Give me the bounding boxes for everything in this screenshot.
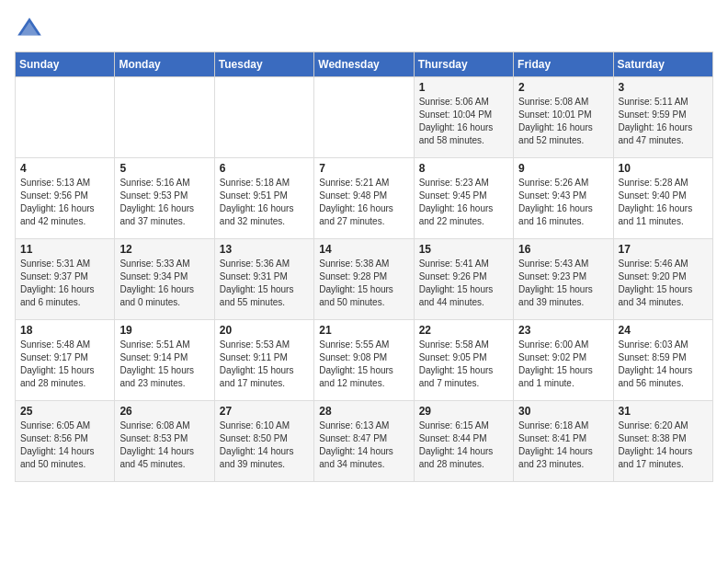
day-number: 13 — [220, 243, 309, 256]
header-tuesday: Tuesday — [214, 52, 313, 77]
header-sunday: Sunday — [16, 52, 115, 77]
cell-content: Sunrise: 5:23 AM Sunset: 9:45 PM Dayligh… — [419, 177, 508, 228]
cell-content: Sunrise: 5:38 AM Sunset: 9:28 PM Dayligh… — [319, 258, 408, 309]
calendar-cell: 26Sunrise: 6:08 AM Sunset: 8:53 PM Dayli… — [115, 401, 214, 482]
day-number: 19 — [119, 324, 209, 337]
day-number: 11 — [20, 243, 109, 256]
day-number: 16 — [518, 243, 608, 256]
day-number: 8 — [419, 162, 508, 175]
day-number: 3 — [619, 81, 708, 94]
week-row-0: 1Sunrise: 5:06 AM Sunset: 10:04 PM Dayli… — [16, 77, 713, 158]
cell-content: Sunrise: 5:53 AM Sunset: 9:11 PM Dayligh… — [220, 339, 309, 390]
logo — [15, 15, 48, 44]
calendar-header: SundayMondayTuesdayWednesdayThursdayFrid… — [16, 52, 713, 77]
calendar-cell: 19Sunrise: 5:51 AM Sunset: 9:14 PM Dayli… — [115, 320, 214, 401]
day-number: 9 — [518, 162, 608, 175]
cell-content: Sunrise: 5:06 AM Sunset: 10:04 PM Daylig… — [419, 96, 508, 147]
calendar-cell: 6Sunrise: 5:18 AM Sunset: 9:51 PM Daylig… — [214, 158, 313, 239]
cell-content: Sunrise: 5:51 AM Sunset: 9:14 PM Dayligh… — [119, 339, 209, 390]
header-thursday: Thursday — [414, 52, 513, 77]
calendar-cell: 17Sunrise: 5:46 AM Sunset: 9:20 PM Dayli… — [613, 239, 712, 320]
day-number: 20 — [220, 324, 309, 337]
day-number: 5 — [119, 162, 209, 175]
calendar-cell: 16Sunrise: 5:43 AM Sunset: 9:23 PM Dayli… — [514, 239, 613, 320]
cell-content: Sunrise: 5:16 AM Sunset: 9:53 PM Dayligh… — [119, 177, 209, 228]
cell-content: Sunrise: 5:46 AM Sunset: 9:20 PM Dayligh… — [619, 258, 708, 309]
cell-content: Sunrise: 5:36 AM Sunset: 9:31 PM Dayligh… — [220, 258, 309, 309]
day-number: 22 — [419, 324, 508, 337]
day-number: 15 — [419, 243, 508, 256]
header — [15, 15, 713, 44]
calendar-cell: 1Sunrise: 5:06 AM Sunset: 10:04 PM Dayli… — [414, 77, 513, 158]
day-number: 7 — [319, 162, 408, 175]
cell-content: Sunrise: 5:58 AM Sunset: 9:05 PM Dayligh… — [419, 339, 508, 390]
calendar-cell — [115, 77, 214, 158]
header-monday: Monday — [115, 52, 214, 77]
calendar-cell: 8Sunrise: 5:23 AM Sunset: 9:45 PM Daylig… — [414, 158, 513, 239]
calendar-cell: 2Sunrise: 5:08 AM Sunset: 10:01 PM Dayli… — [514, 77, 613, 158]
logo-icon — [15, 15, 44, 44]
cell-content: Sunrise: 6:08 AM Sunset: 8:53 PM Dayligh… — [119, 419, 209, 471]
cell-content: Sunrise: 5:18 AM Sunset: 9:51 PM Dayligh… — [220, 177, 309, 228]
header-wednesday: Wednesday — [314, 52, 414, 77]
day-number: 24 — [619, 324, 708, 337]
calendar-cell: 9Sunrise: 5:26 AM Sunset: 9:43 PM Daylig… — [514, 158, 613, 239]
cell-content: Sunrise: 6:13 AM Sunset: 8:47 PM Dayligh… — [319, 419, 408, 471]
day-number: 4 — [20, 162, 109, 175]
day-number: 23 — [518, 324, 608, 337]
cell-content: Sunrise: 5:13 AM Sunset: 9:56 PM Dayligh… — [20, 177, 109, 228]
cell-content: Sunrise: 5:26 AM Sunset: 9:43 PM Dayligh… — [518, 177, 608, 228]
calendar-cell — [214, 77, 313, 158]
day-number: 6 — [220, 162, 309, 175]
cell-content: Sunrise: 5:43 AM Sunset: 9:23 PM Dayligh… — [518, 258, 608, 309]
calendar-cell: 14Sunrise: 5:38 AM Sunset: 9:28 PM Dayli… — [314, 239, 414, 320]
calendar-cell: 27Sunrise: 6:10 AM Sunset: 8:50 PM Dayli… — [214, 401, 313, 482]
calendar-cell: 4Sunrise: 5:13 AM Sunset: 9:56 PM Daylig… — [16, 158, 115, 239]
cell-content: Sunrise: 5:33 AM Sunset: 9:34 PM Dayligh… — [119, 258, 209, 309]
calendar-cell: 11Sunrise: 5:31 AM Sunset: 9:37 PM Dayli… — [16, 239, 115, 320]
calendar-cell: 18Sunrise: 5:48 AM Sunset: 9:17 PM Dayli… — [16, 320, 115, 401]
day-number: 14 — [319, 243, 408, 256]
calendar-cell: 13Sunrise: 5:36 AM Sunset: 9:31 PM Dayli… — [214, 239, 313, 320]
cell-content: Sunrise: 6:10 AM Sunset: 8:50 PM Dayligh… — [220, 419, 309, 471]
calendar-cell: 23Sunrise: 6:00 AM Sunset: 9:02 PM Dayli… — [514, 320, 613, 401]
calendar-cell: 30Sunrise: 6:18 AM Sunset: 8:41 PM Dayli… — [514, 401, 613, 482]
header-friday: Friday — [514, 52, 613, 77]
cell-content: Sunrise: 5:28 AM Sunset: 9:40 PM Dayligh… — [619, 177, 708, 228]
day-number: 12 — [119, 243, 209, 256]
header-saturday: Saturday — [613, 52, 712, 77]
cell-content: Sunrise: 6:05 AM Sunset: 8:56 PM Dayligh… — [20, 419, 109, 471]
calendar-cell: 10Sunrise: 5:28 AM Sunset: 9:40 PM Dayli… — [613, 158, 712, 239]
cell-content: Sunrise: 5:11 AM Sunset: 9:59 PM Dayligh… — [619, 96, 708, 147]
calendar-cell: 31Sunrise: 6:20 AM Sunset: 8:38 PM Dayli… — [613, 401, 712, 482]
header-row: SundayMondayTuesdayWednesdayThursdayFrid… — [16, 52, 713, 77]
calendar-cell — [16, 77, 115, 158]
calendar-cell — [314, 77, 414, 158]
day-number: 18 — [20, 324, 109, 337]
cell-content: Sunrise: 6:00 AM Sunset: 9:02 PM Dayligh… — [518, 339, 608, 390]
day-number: 1 — [419, 81, 508, 94]
calendar-table: SundayMondayTuesdayWednesdayThursdayFrid… — [15, 52, 713, 482]
week-row-3: 18Sunrise: 5:48 AM Sunset: 9:17 PM Dayli… — [16, 320, 713, 401]
calendar-cell: 21Sunrise: 5:55 AM Sunset: 9:08 PM Dayli… — [314, 320, 414, 401]
week-row-1: 4Sunrise: 5:13 AM Sunset: 9:56 PM Daylig… — [16, 158, 713, 239]
day-number: 2 — [518, 81, 608, 94]
week-row-4: 25Sunrise: 6:05 AM Sunset: 8:56 PM Dayli… — [16, 401, 713, 482]
day-number: 25 — [20, 405, 109, 418]
calendar-cell: 24Sunrise: 6:03 AM Sunset: 8:59 PM Dayli… — [613, 320, 712, 401]
day-number: 31 — [619, 405, 708, 418]
calendar-cell: 29Sunrise: 6:15 AM Sunset: 8:44 PM Dayli… — [414, 401, 513, 482]
cell-content: Sunrise: 6:20 AM Sunset: 8:38 PM Dayligh… — [619, 419, 708, 471]
cell-content: Sunrise: 6:15 AM Sunset: 8:44 PM Dayligh… — [419, 419, 508, 471]
cell-content: Sunrise: 6:18 AM Sunset: 8:41 PM Dayligh… — [518, 419, 608, 471]
calendar-cell: 5Sunrise: 5:16 AM Sunset: 9:53 PM Daylig… — [115, 158, 214, 239]
day-number: 21 — [319, 324, 408, 337]
day-number: 29 — [419, 405, 508, 418]
day-number: 10 — [619, 162, 708, 175]
calendar-cell: 22Sunrise: 5:58 AM Sunset: 9:05 PM Dayli… — [414, 320, 513, 401]
cell-content: Sunrise: 5:31 AM Sunset: 9:37 PM Dayligh… — [20, 258, 109, 309]
cell-content: Sunrise: 5:48 AM Sunset: 9:17 PM Dayligh… — [20, 339, 109, 390]
day-number: 17 — [619, 243, 708, 256]
calendar-cell: 7Sunrise: 5:21 AM Sunset: 9:48 PM Daylig… — [314, 158, 414, 239]
calendar-cell: 3Sunrise: 5:11 AM Sunset: 9:59 PM Daylig… — [613, 77, 712, 158]
